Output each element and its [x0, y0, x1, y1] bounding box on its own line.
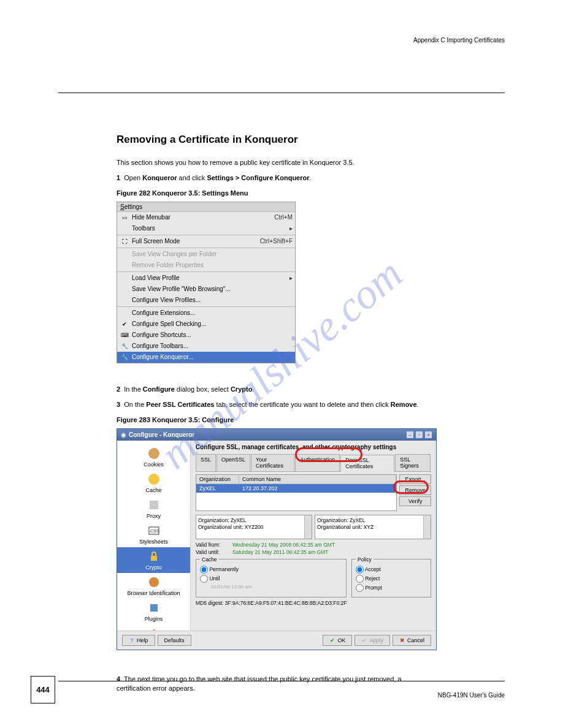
blank-icon [120, 274, 129, 282]
radio-accept[interactable] [356, 566, 364, 574]
blank-icon [120, 250, 129, 259]
menu-configure-toolbars[interactable]: 🔧Configure Toolbars... [117, 341, 295, 352]
tab-your-certs[interactable]: Your Certificates [251, 454, 294, 471]
menu-configure-spell[interactable]: ✔Configure Spell Checking... [117, 319, 295, 330]
menu-configure-konqueror[interactable]: 🔧Configure Konqueror... [117, 352, 295, 363]
menu-configure-shortcuts[interactable]: ⌨Configure Shortcuts... [117, 330, 295, 341]
remove-button[interactable]: Remove [399, 485, 431, 495]
radio-until[interactable] [200, 575, 208, 583]
ok-button[interactable]: ✔OK [323, 635, 352, 646]
menubar-icon: ▭ [120, 213, 129, 222]
submenu-arrow-icon: ▸ [289, 275, 293, 281]
legend: Cache [200, 556, 219, 563]
l: Permanently [209, 566, 239, 572]
t: Configure [143, 385, 175, 393]
close-button[interactable]: × [424, 431, 432, 439]
issued-by-box: Organization: ZyXEL Organizational unit:… [315, 515, 431, 539]
cert-header-row: Organization Common Name [196, 475, 396, 484]
tab-auth[interactable]: Authentication [295, 454, 340, 471]
step1-pre: Open [124, 174, 142, 181]
col-cn[interactable]: Common Name [239, 475, 396, 483]
minimize-button[interactable]: – [406, 431, 414, 439]
sidebar-cookies[interactable]: Cookies [117, 444, 190, 470]
menu-configure-extensions[interactable]: Configure Extensions... [117, 308, 295, 319]
sidebar-plugins[interactable]: Plugins [117, 599, 190, 624]
step-2: 2 In the Configure dialog box, select Cr… [117, 385, 435, 394]
cancel-icon: ✖ [399, 637, 405, 643]
t: Remove [391, 401, 417, 408]
menu-toolbars[interactable]: Toolbars▸ [117, 223, 295, 234]
scrollbar[interactable] [304, 515, 312, 539]
sidebar-stylesheets[interactable]: CSSStylesheets [117, 521, 190, 547]
l: MD5 digest: [196, 600, 223, 606]
section-heading: Removing a Certificate in Konqueror [117, 134, 505, 146]
tab-openssl[interactable]: OpenSSL [216, 454, 250, 471]
sidebar-label: Browser Identification [127, 590, 180, 596]
help-icon: ? [129, 637, 135, 643]
l: Valid until: [196, 549, 232, 555]
maximize-button[interactable]: ▫ [415, 431, 423, 439]
help-button[interactable]: ?Help [122, 635, 155, 646]
menu-title[interactable]: Settings [117, 202, 295, 212]
col-org[interactable]: Organization [196, 475, 239, 483]
l: Until [209, 575, 220, 581]
product-name: NBG-419N User's Guide [438, 692, 505, 699]
menu-configure-profiles[interactable]: Configure View Profiles... [117, 295, 295, 306]
menu-save-view-folder: Save View Changes per Folder [117, 249, 295, 260]
menu-load-profile[interactable]: Load View Profile▸ [117, 273, 295, 284]
sidebar-cache[interactable]: Cache [117, 470, 190, 496]
radio-permanently[interactable] [200, 566, 208, 574]
step1-end: . [310, 174, 312, 181]
radio-reject[interactable] [356, 575, 364, 583]
menu-label: Configure Konqueror... [132, 354, 293, 360]
sidebar-browser-id[interactable]: Browser Identification [117, 573, 190, 599]
legend: Policy [356, 556, 373, 563]
sidebar-crypto[interactable]: Crypto [117, 547, 190, 573]
radio-prompt[interactable] [356, 584, 364, 592]
defaults-button[interactable]: Defaults [158, 635, 191, 646]
titlebar[interactable]: ◉ Configure - Konqueror – ▫ × [117, 429, 436, 441]
cell-org: ZyXEL [196, 484, 239, 493]
scrollbar[interactable] [423, 515, 431, 539]
menu-shortcut: Ctrl+M [274, 214, 293, 221]
l: Help [137, 637, 148, 643]
sidebar-label: Plugins [145, 616, 163, 622]
tab-peer-ssl[interactable]: Peer SSL Certificates [340, 455, 394, 472]
menu-fullscreen[interactable]: ⛶Full Screen ModeCtrl+Shift+F [117, 236, 295, 247]
spell-icon: ✔ [120, 320, 129, 328]
plugins-icon [147, 601, 161, 615]
t: In the [124, 385, 143, 393]
l: Cancel [407, 637, 424, 643]
apply-button[interactable]: ✔Apply [354, 635, 390, 646]
sidebar-performance[interactable]: Performance [117, 624, 190, 631]
export-button[interactable]: Export... [399, 474, 431, 484]
lock-icon [147, 550, 161, 563]
l: Accept [365, 566, 381, 572]
sidebar-proxy[interactable]: Proxy [117, 496, 190, 521]
sidebar-label: Proxy [147, 513, 161, 519]
proxy-icon [147, 498, 161, 512]
l: Organizational unit: [198, 524, 243, 530]
header-line [58, 93, 505, 93]
sidebar-label: Cookies [144, 461, 164, 468]
verify-button[interactable]: Verify [399, 496, 431, 506]
tabs: SSL OpenSSL Your Certificates Authentica… [196, 454, 431, 472]
tab-ssl-signers[interactable]: SSL Signers [395, 454, 431, 471]
step1-b1: Konqueror [142, 174, 177, 181]
tab-ssl[interactable]: SSL [196, 454, 216, 471]
l: Valid from: [196, 542, 232, 548]
menu-label: Configure View Profiles... [132, 297, 293, 303]
step-3: 3 On the Peer SSL Certificates tab, sele… [117, 400, 435, 409]
menu-label: Configure Spell Checking... [132, 320, 293, 327]
v: Saturday 21 May 2011 06:42:35 am GMT [232, 549, 328, 555]
submenu-arrow-icon: ▸ [289, 225, 293, 232]
sidebar[interactable]: Cookies Cache Proxy CSSStylesheets Crypt… [117, 441, 191, 631]
sidebar-label: Crypto [145, 564, 162, 571]
cancel-button[interactable]: ✖Cancel [393, 635, 431, 646]
cert-row-selected[interactable]: ZyXEL 172.20.37.202 [196, 484, 396, 493]
v: XYZ200 [245, 524, 264, 530]
menu-hide-menubar[interactable]: ▭Hide MenubarCtrl+M [117, 212, 295, 223]
l: Apply [369, 637, 383, 643]
cert-list[interactable]: Organization Common Name ZyXEL 172.20.37… [196, 474, 397, 511]
menu-save-profile[interactable]: Save View Profile "Web Browsing"... [117, 284, 295, 295]
